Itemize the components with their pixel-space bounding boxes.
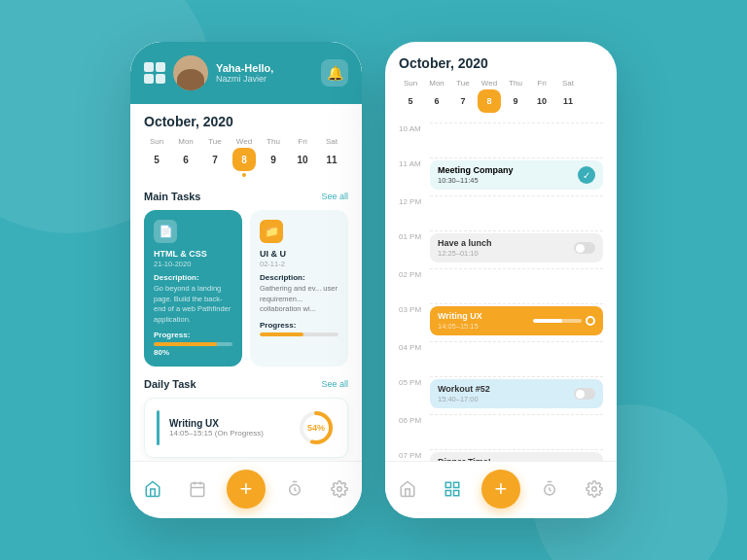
time-6pm: 06 PM: [399, 414, 603, 445]
workout-toggle[interactable]: [574, 388, 595, 400]
day-mon[interactable]: Mon 6: [173, 137, 198, 177]
day-wed[interactable]: Wed 8: [231, 137, 257, 177]
right-bottom-nav: +: [385, 461, 617, 518]
time-12pm: 12 PM: [399, 195, 603, 227]
daily-task-header: Daily Task See all: [144, 378, 348, 390]
nav-settings-left[interactable]: [324, 473, 355, 505]
time-2pm: 02 PM: [399, 268, 603, 299]
daily-task-info: Writing UX 14:05–15:15 (On Progress): [169, 418, 297, 438]
day-tue[interactable]: Tue 7: [202, 137, 228, 177]
timeline: 10 AM 11 AM Meeting Company 10:30–11:45 …: [399, 122, 603, 461]
grid-icon[interactable]: [144, 62, 165, 84]
card-icon-html: 📄: [154, 220, 177, 243]
nav-home-left[interactable]: [137, 473, 168, 505]
event-lunch[interactable]: Have a lunch 12:25–01:10: [430, 233, 603, 262]
nav-add-right[interactable]: +: [481, 470, 520, 508]
svg-rect-10: [454, 482, 459, 487]
r-day-thu[interactable]: Thu 9: [504, 79, 527, 113]
lunch-toggle[interactable]: [574, 242, 595, 254]
daily-task-time: 14:05–15:15 (On Progress): [169, 429, 297, 438]
left-week-strip: Sun 5 Mon 6 Tue 7 Wed 8: [144, 137, 348, 177]
svg-rect-11: [445, 491, 450, 496]
time-3pm: 03 PM Writing UX 14:05–15:15: [399, 303, 603, 337]
tasks-cards: 📄 HTML & CSS 21-10-2020 Description: Go …: [144, 210, 348, 367]
time-11am: 11 AM Meeting Company 10:30–11:45 ✓: [399, 158, 603, 192]
day-fri[interactable]: Fri 10: [290, 137, 315, 177]
bell-button[interactable]: 🔔: [321, 59, 348, 87]
r-day-sat[interactable]: Sat 11: [556, 79, 580, 113]
r-day-wed[interactable]: Wed 8: [478, 79, 501, 113]
r-day-tue[interactable]: Tue 7: [451, 79, 475, 113]
event-writing-ux[interactable]: Writing UX 14:05–15:15: [430, 306, 603, 335]
svg-point-15: [592, 487, 597, 492]
left-phone: Yaha-Hello, Nazmi Javier 🔔 October, 2020…: [130, 42, 362, 518]
card-icon-ui: 📁: [260, 220, 283, 243]
right-phone: October, 2020 Sun 5 Mon 6 Tue 7 Wed 8: [385, 42, 617, 518]
event-meeting[interactable]: Meeting Company 10:30–11:45 ✓: [430, 160, 603, 190]
left-bottom-nav: +: [130, 461, 362, 518]
nav-timer-left[interactable]: [279, 473, 310, 505]
time-4pm: 04 PM: [399, 341, 603, 372]
r-day-sun[interactable]: Sun 5: [399, 79, 422, 113]
time-10am: 10 AM: [399, 122, 603, 154]
svg-rect-9: [445, 482, 450, 487]
time-7pm: 07 PM Dinner Time! 17:45–18:30: [399, 449, 603, 461]
svg-rect-12: [454, 491, 459, 496]
right-body: October, 2020 Sun 5 Mon 6 Tue 7 Wed 8: [385, 42, 617, 518]
phones-container: Yaha-Hello, Nazmi Javier 🔔 October, 2020…: [130, 42, 617, 518]
time-5pm: 05 PM Workout #52 15:40–17:00: [399, 376, 603, 410]
donut-chart: 54%: [297, 408, 336, 447]
header-greeting: Yaha-Hello,: [216, 62, 313, 74]
time-1pm: 01 PM Have a lunch 12:25–01:10: [399, 230, 603, 264]
nav-home-right[interactable]: [392, 473, 423, 505]
card-title-html: HTML & CSS: [154, 249, 232, 259]
daily-task-title: Daily Task: [144, 378, 196, 390]
nav-settings-right[interactable]: [579, 473, 610, 505]
right-week-strip: Sun 5 Mon 6 Tue 7 Wed 8 Thu 9: [399, 79, 603, 113]
left-header: Yaha-Hello, Nazmi Javier 🔔: [130, 42, 362, 104]
r-day-mon[interactable]: Mon 6: [425, 79, 448, 113]
svg-point-8: [338, 487, 342, 492]
main-tasks-header: Main Tasks See all: [144, 191, 348, 202]
event-dinner[interactable]: Dinner Time! 17:45–18:30: [430, 452, 603, 461]
nav-timer-right[interactable]: [534, 473, 565, 505]
daily-task-bar: [157, 410, 160, 445]
main-tasks-title: Main Tasks: [144, 191, 201, 202]
nav-add-left[interactable]: +: [227, 470, 266, 508]
right-month-title: October, 2020: [399, 55, 603, 71]
task-card-html[interactable]: 📄 HTML & CSS 21-10-2020 Description: Go …: [144, 210, 242, 367]
daily-task-see-all[interactable]: See all: [321, 379, 348, 389]
task-card-ui[interactable]: 📁 UI & U 02-11-2 Description: Gathering …: [250, 210, 348, 367]
event-workout[interactable]: Workout #52 15:40–17:00: [430, 379, 603, 408]
main-tasks-see-all[interactable]: See all: [321, 192, 348, 201]
svg-rect-2: [191, 483, 204, 497]
r-day-fri[interactable]: Fri 10: [530, 79, 553, 113]
nav-grid-right[interactable]: [437, 473, 468, 505]
daily-task-name: Writing UX: [169, 418, 297, 429]
progress-bar-html: [154, 342, 232, 346]
day-thu[interactable]: Thu 9: [261, 137, 286, 177]
daily-task-item[interactable]: Writing UX 14:05–15:15 (On Progress) 54%: [144, 398, 348, 458]
left-body: October, 2020 Sun 5 Mon 6 Tue 7: [130, 104, 362, 468]
check-icon: ✓: [578, 166, 595, 184]
header-text: Yaha-Hello, Nazmi Javier: [216, 62, 313, 84]
donut-label: 54%: [307, 423, 325, 433]
left-month-title: October, 2020: [144, 114, 348, 129]
avatar: [173, 55, 208, 90]
nav-calendar-left[interactable]: [182, 473, 213, 505]
header-name: Nazmi Javier: [216, 74, 313, 84]
day-sat[interactable]: Sat 11: [319, 137, 344, 177]
day-sun[interactable]: Sun 5: [144, 137, 169, 177]
